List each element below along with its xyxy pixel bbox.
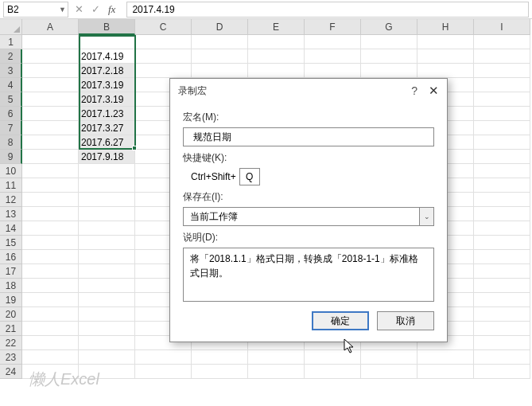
cell[interactable]	[474, 336, 530, 350]
cell[interactable]	[305, 365, 361, 379]
cell[interactable]	[417, 64, 474, 78]
cell[interactable]	[305, 49, 361, 64]
cell[interactable]	[474, 365, 530, 379]
row-header[interactable]: 24	[0, 365, 22, 379]
cell[interactable]	[22, 150, 79, 164]
row-header[interactable]: 23	[0, 350, 22, 365]
cell[interactable]	[79, 307, 135, 322]
select-all-button[interactable]	[0, 19, 22, 35]
name-box[interactable]: B2 ▼	[3, 2, 68, 18]
cell[interactable]	[22, 178, 79, 193]
row-header[interactable]: 11	[0, 178, 22, 193]
cell[interactable]: 2017.3.27	[79, 121, 135, 135]
cell[interactable]	[248, 35, 305, 49]
cell[interactable]: 2017.1.23	[79, 107, 135, 121]
column-header[interactable]: H	[417, 19, 474, 35]
cell[interactable]	[22, 336, 79, 350]
cell[interactable]	[192, 365, 248, 379]
cell[interactable]	[22, 78, 79, 92]
cell[interactable]	[474, 64, 530, 78]
cell[interactable]	[22, 236, 79, 250]
fx-icon[interactable]: fx	[108, 3, 115, 16]
description-textarea[interactable]: 将「2018.1.1」格式日期，转换成「2018-1-1」标准格式日期。	[183, 248, 434, 302]
cell[interactable]: 2017.3.19	[79, 78, 135, 92]
cell[interactable]	[22, 49, 79, 64]
cell[interactable]	[79, 193, 135, 207]
shortcut-key-input[interactable]: Q	[239, 168, 260, 185]
cell[interactable]	[22, 221, 79, 236]
cell[interactable]: 2017.4.19	[79, 49, 135, 64]
ok-button[interactable]: 确定	[312, 311, 369, 330]
cell[interactable]	[474, 236, 530, 250]
row-header[interactable]: 16	[0, 250, 22, 264]
cell[interactable]	[305, 35, 361, 49]
cell[interactable]	[22, 293, 79, 307]
cell[interactable]	[192, 49, 248, 64]
accept-icon[interactable]: ✓	[91, 3, 100, 15]
cell[interactable]	[361, 365, 417, 379]
column-header[interactable]: G	[361, 19, 417, 35]
cell[interactable]	[79, 350, 135, 365]
cell[interactable]	[248, 365, 305, 379]
row-header[interactable]: 5	[0, 92, 22, 107]
cell[interactable]	[192, 64, 248, 78]
cell[interactable]	[79, 293, 135, 307]
cell[interactable]	[192, 350, 248, 365]
cell[interactable]	[305, 64, 361, 78]
cell[interactable]	[474, 293, 530, 307]
row-header[interactable]: 12	[0, 193, 22, 207]
save-in-select[interactable]: 当前工作簿 ⌄	[183, 207, 434, 226]
row-header[interactable]: 19	[0, 293, 22, 307]
cell[interactable]	[79, 35, 135, 49]
cell[interactable]	[135, 49, 192, 64]
cell[interactable]	[79, 322, 135, 336]
cell[interactable]	[79, 264, 135, 279]
row-header[interactable]: 9	[0, 150, 22, 164]
macro-name-input[interactable]: 规范日期	[183, 127, 434, 146]
row-header[interactable]: 21	[0, 322, 22, 336]
cell[interactable]	[79, 336, 135, 350]
row-header[interactable]: 15	[0, 236, 22, 250]
cell[interactable]	[22, 250, 79, 264]
column-header[interactable]: D	[192, 19, 248, 35]
chevron-down-icon[interactable]: ⌄	[419, 208, 433, 225]
cell[interactable]	[135, 64, 192, 78]
cell[interactable]: 2017.6.27	[79, 135, 135, 150]
help-icon[interactable]: ?	[411, 84, 417, 97]
row-header[interactable]: 2	[0, 49, 22, 64]
cell[interactable]	[79, 250, 135, 264]
cell[interactable]	[22, 164, 79, 178]
cell[interactable]	[474, 150, 530, 164]
row-header[interactable]: 13	[0, 207, 22, 221]
cell[interactable]	[22, 107, 79, 121]
cell[interactable]	[22, 135, 79, 150]
cell[interactable]: 2017.2.18	[79, 64, 135, 78]
cell[interactable]	[22, 207, 79, 221]
cell[interactable]	[474, 279, 530, 293]
cell[interactable]	[474, 207, 530, 221]
cell[interactable]	[474, 78, 530, 92]
column-header[interactable]: A	[22, 19, 79, 35]
row-header[interactable]: 6	[0, 107, 22, 121]
cell[interactable]	[474, 121, 530, 135]
cell[interactable]	[22, 64, 79, 78]
cell[interactable]	[474, 107, 530, 121]
cell[interactable]	[22, 35, 79, 49]
cell[interactable]	[474, 307, 530, 322]
cell[interactable]	[22, 264, 79, 279]
column-header[interactable]: I	[474, 19, 530, 35]
cell[interactable]	[79, 221, 135, 236]
row-header[interactable]: 4	[0, 78, 22, 92]
cell[interactable]: 2017.9.18	[79, 150, 135, 164]
close-icon[interactable]: ✕	[429, 84, 439, 98]
cell[interactable]	[79, 178, 135, 193]
cell[interactable]	[135, 35, 192, 49]
cell[interactable]	[474, 264, 530, 279]
cell[interactable]	[417, 35, 474, 49]
cell[interactable]	[474, 135, 530, 150]
cell[interactable]	[474, 193, 530, 207]
cell[interactable]	[248, 350, 305, 365]
cell[interactable]	[135, 365, 192, 379]
cell[interactable]	[22, 193, 79, 207]
row-header[interactable]: 7	[0, 121, 22, 135]
